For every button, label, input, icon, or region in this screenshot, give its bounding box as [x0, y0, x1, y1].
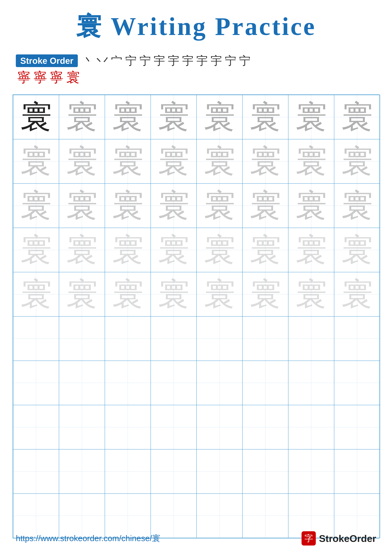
grid-cell[interactable]: 寰: [197, 494, 242, 538]
grid-cell[interactable]: 寰: [334, 95, 380, 139]
cell-char: 寰: [105, 272, 150, 316]
grid-cell[interactable]: 寰: [151, 183, 197, 228]
grid-cell[interactable]: 寰: [334, 449, 380, 494]
grid-cell[interactable]: 寰: [59, 95, 105, 139]
grid-cell[interactable]: 寰: [334, 228, 380, 272]
grid-cell[interactable]: 寰: [105, 316, 151, 361]
cell-char: 寰: [197, 494, 242, 538]
table-row: 寰 寰 寰 寰 寰 寰 寰 寰: [13, 183, 380, 228]
cell-char: 寰: [151, 184, 196, 228]
grid-cell[interactable]: 寰: [334, 139, 380, 183]
grid-cell[interactable]: 寰: [105, 494, 151, 538]
grid-cell[interactable]: 寰: [197, 183, 242, 228]
grid-cell[interactable]: 寰: [242, 95, 288, 139]
grid-cell[interactable]: 寰: [197, 316, 242, 361]
grid-cell[interactable]: 寰: [105, 272, 151, 316]
grid-cell[interactable]: 寰: [334, 183, 380, 228]
grid-cell[interactable]: 寰: [13, 361, 59, 405]
grid-cell[interactable]: 寰: [197, 139, 242, 183]
grid-cell[interactable]: 寰: [59, 139, 105, 183]
stroke-r3: 寧: [50, 68, 64, 87]
cell-char: 寰: [242, 494, 288, 538]
grid-cell[interactable]: 寰: [151, 95, 197, 139]
grid-cell[interactable]: 寰: [334, 494, 380, 538]
title-rest: Writing Practice: [103, 12, 316, 41]
grid-cell[interactable]: 寰: [334, 405, 380, 449]
grid-cell[interactable]: 寰: [151, 272, 197, 316]
grid-cell[interactable]: 寰: [151, 449, 197, 494]
grid-cell[interactable]: 寰: [59, 228, 105, 272]
grid-cell[interactable]: 寰: [151, 316, 197, 361]
grid-cell[interactable]: 寰: [334, 316, 380, 361]
grid-cell[interactable]: 寰: [105, 228, 151, 272]
grid-cell[interactable]: 寰: [242, 405, 288, 449]
cell-char: 寰: [197, 405, 242, 449]
grid-cell[interactable]: 寰: [151, 405, 197, 449]
grid-cell[interactable]: 寰: [288, 139, 334, 183]
grid-cell[interactable]: 寰: [288, 316, 334, 361]
grid-cell[interactable]: 寰: [288, 95, 334, 139]
grid-cell[interactable]: 寰: [242, 272, 288, 316]
grid-cell[interactable]: 寰: [13, 139, 59, 183]
grid-cell[interactable]: 寰: [59, 316, 105, 361]
grid-cell[interactable]: 寰: [242, 316, 288, 361]
cell-char: 寰: [13, 95, 59, 139]
grid-cell[interactable]: 寰: [59, 494, 105, 538]
grid-cell[interactable]: 寰: [13, 316, 59, 361]
cell-char: 寰: [13, 184, 59, 228]
grid-cell[interactable]: 寰: [197, 272, 242, 316]
grid-cell[interactable]: 寰: [197, 449, 242, 494]
grid-cell[interactable]: 寰: [13, 183, 59, 228]
grid-cell[interactable]: 寰: [288, 405, 334, 449]
grid-cell[interactable]: 寰: [197, 228, 242, 272]
grid-cell[interactable]: 寰: [288, 449, 334, 494]
grid-cell[interactable]: 寰: [288, 272, 334, 316]
grid-cell[interactable]: 寰: [105, 361, 151, 405]
grid-cell[interactable]: 寰: [334, 272, 380, 316]
cell-char: 寰: [197, 361, 242, 405]
table-row: 寰 寰 寰 寰 寰 寰 寰 寰: [13, 139, 380, 183]
stroke-chars-row1: 丶 丷 宀 宁 宁 宇 宇 宇 宇 宇 宁 宁: [83, 53, 250, 68]
practice-grid: 寰 寰 寰 寰 寰 寰 寰 寰 寰 寰 寰 寰 寰 寰 寰: [13, 95, 379, 538]
grid-cell[interactable]: 寰: [242, 183, 288, 228]
grid-cell[interactable]: 寰: [59, 183, 105, 228]
cell-char: 寰: [242, 184, 288, 228]
grid-cell[interactable]: 寰: [197, 405, 242, 449]
grid-cell[interactable]: 寰: [151, 361, 197, 405]
grid-cell[interactable]: 寰: [242, 139, 288, 183]
grid-cell[interactable]: 寰: [13, 272, 59, 316]
grid-cell[interactable]: 寰: [334, 361, 380, 405]
grid-cell[interactable]: 寰: [288, 183, 334, 228]
grid-cell[interactable]: 寰: [13, 405, 59, 449]
grid-cell[interactable]: 寰: [105, 139, 151, 183]
grid-cell[interactable]: 寰: [288, 361, 334, 405]
grid-cell[interactable]: 寰: [151, 494, 197, 538]
cell-char: 寰: [197, 449, 242, 493]
grid-cell[interactable]: 寰: [105, 405, 151, 449]
grid-cell[interactable]: 寰: [59, 272, 105, 316]
cell-char: 寰: [105, 228, 150, 272]
grid-cell[interactable]: 寰: [59, 361, 105, 405]
grid-cell[interactable]: 寰: [105, 183, 151, 228]
grid-cell[interactable]: 寰: [13, 95, 59, 139]
grid-cell[interactable]: 寰: [13, 494, 59, 538]
grid-cell[interactable]: 寰: [197, 95, 242, 139]
grid-cell[interactable]: 寰: [13, 449, 59, 494]
cell-char: 寰: [151, 228, 196, 272]
stroke-s2: 丷: [97, 53, 108, 68]
grid-cell[interactable]: 寰: [105, 449, 151, 494]
grid-cell[interactable]: 寰: [242, 228, 288, 272]
grid-cell[interactable]: 寰: [288, 228, 334, 272]
grid-cell[interactable]: 寰: [151, 139, 197, 183]
cell-char: 寰: [151, 95, 196, 139]
grid-cell[interactable]: 寰: [151, 228, 197, 272]
grid-cell[interactable]: 寰: [59, 449, 105, 494]
grid-cell[interactable]: 寰: [288, 494, 334, 538]
grid-cell[interactable]: 寰: [59, 405, 105, 449]
grid-cell[interactable]: 寰: [105, 95, 151, 139]
grid-cell[interactable]: 寰: [242, 494, 288, 538]
grid-cell[interactable]: 寰: [242, 361, 288, 405]
grid-cell[interactable]: 寰: [13, 228, 59, 272]
grid-cell[interactable]: 寰: [242, 449, 288, 494]
grid-cell[interactable]: 寰: [197, 361, 242, 405]
